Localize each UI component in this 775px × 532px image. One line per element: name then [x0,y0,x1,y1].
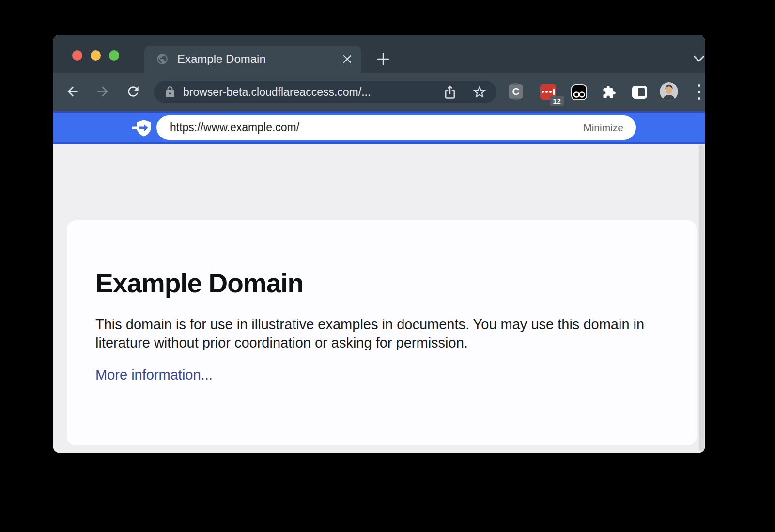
minimize-button[interactable]: Minimize [583,122,623,134]
extension-badge-count: 12 [550,96,564,106]
active-tab[interactable]: Example Domain [144,46,361,73]
address-bar-url: browser-beta.cloudflareaccess.com/... [183,86,371,99]
page-title: Example Domain [95,268,667,299]
new-tab-button[interactable] [373,49,393,69]
isolated-url-field[interactable]: https://www.example.com/ Minimize [156,115,636,140]
extension-c-label: C [512,86,519,97]
tab-strip: Example Domain [53,35,705,73]
extension-binoculars-icon[interactable] [571,84,588,101]
macos-minimize-button[interactable] [91,50,101,61]
page-body-text: This domain is for use in illustrative e… [95,315,653,352]
content-card: Example Domain This domain is for use in… [67,220,697,445]
side-panel-icon[interactable] [632,85,648,99]
back-arrow-icon[interactable] [65,84,80,99]
scrollbar-thumb[interactable] [699,145,704,451]
extensions-puzzle-icon[interactable] [602,85,616,99]
browser-menu-icon[interactable] [694,84,704,100]
toolbar: browser-beta.cloudflareaccess.com/... C … [53,73,705,111]
profile-avatar[interactable] [660,82,678,101]
scrollbar-track [698,144,705,453]
star-icon[interactable] [472,84,487,100]
tab-search-chevron-icon[interactable] [689,49,705,68]
dots-bar-glyph [542,89,555,95]
macos-zoom-button[interactable] [109,50,119,61]
browser-window: Example Domain browser-beta.cloudflareac [53,35,705,453]
share-icon[interactable] [443,85,457,99]
isolated-url-text: https://www.example.com/ [170,121,299,134]
isolation-bar: https://www.example.com/ Minimize [53,111,705,144]
more-information-link[interactable]: More information... [95,367,213,383]
macos-close-button[interactable] [72,50,82,61]
page-viewport: Example Domain This domain is for use in… [53,144,705,453]
tab-title: Example Domain [177,52,342,66]
shield-arrow-icon [132,119,152,138]
address-bar[interactable]: browser-beta.cloudflareaccess.com/... [154,81,496,103]
tab-close-icon[interactable] [342,54,353,64]
forward-arrow-icon[interactable] [95,84,110,99]
reload-icon[interactable] [125,84,141,99]
lock-icon [164,86,176,98]
globe-icon [156,53,169,65]
extension-c-icon[interactable]: C [509,84,523,99]
